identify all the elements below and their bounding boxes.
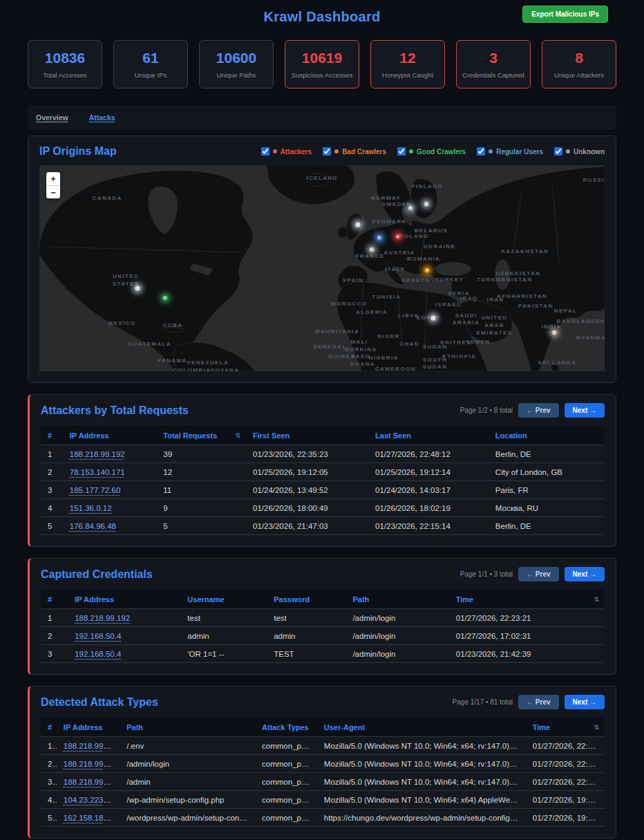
ip-address-link[interactable]: 176.84.96.48 [70,522,116,530]
cell-num: 1 [41,737,57,755]
tab-overview[interactable]: Overview [36,113,68,122]
stat-value: 8 [575,50,583,66]
legend-item-unknown[interactable]: Unknown [554,147,605,156]
ip-address-link[interactable]: 188.218.99.192 [64,742,119,750]
map-marker-unknown[interactable] [356,223,361,227]
legend-checkbox-good-crawlers[interactable] [397,147,406,156]
stat-value: 61 [142,50,158,66]
map-marker-unknown[interactable] [369,247,374,252]
stat-value: 10836 [45,50,85,66]
column-header-num: # [41,718,57,737]
cell-user-agent: Mozilla/5.0 (Windows NT 10.0; Win64; x64… [317,773,526,791]
ip-address-link[interactable]: 151.36.0.12 [70,504,112,512]
column-header-label: # [48,595,52,604]
header: Krawl Dashboard Export Malicious IPs [28,0,616,33]
cell-attack-types: common_probes [255,737,317,755]
ip-address-link[interactable]: 104.23.223.128 [64,796,119,804]
cell-time: 01/27/2026, 19:35:33 [526,809,605,827]
table-row: 1188.218.99.192testtest/admin/login01/27… [41,609,605,627]
legend-label: Good Crawlers [417,148,466,156]
map-zoom-in-button[interactable]: + [46,172,60,185]
map-marker-regular-user[interactable] [377,235,381,240]
legend-item-bad-crawlers[interactable]: Bad Crawlers [323,147,386,156]
ip-address-link[interactable]: 188.218.99.192 [64,760,119,768]
ip-address-link[interactable]: 78.153.140.171 [70,468,125,476]
cell-ip-address: 176.84.96.48 [63,517,156,535]
cell-attack-types: common_probes [255,755,317,773]
attackers-next-button[interactable]: Next → [565,403,605,418]
legend-checkbox-attackers[interactable] [261,147,269,156]
stat-value: 10619 [302,50,342,66]
ip-address-link[interactable]: 162.158.182.104 [64,814,120,822]
column-header-label: Location [495,431,527,440]
credentials-next-button[interactable]: Next → [565,567,605,581]
cell-time: 01/27/2026, 19:38:59 [526,791,605,809]
ip-address-link[interactable]: 185.177.72.60 [70,486,121,494]
attack-types-prev-button[interactable]: ← Prev [518,695,558,709]
column-header-label: Last Seen [375,431,411,440]
cell-ip-address: 188.218.99.192 [63,445,156,463]
cell-num: 3 [41,481,63,499]
cell-first-seen: 01/25/2026, 19:12:05 [246,463,368,481]
cell-time: 01/27/2026, 22:22:54 [526,773,605,791]
ip-address-link[interactable]: 188.218.99.192 [64,778,119,786]
attack-types-next-button[interactable]: Next → [565,695,605,709]
ip-address-link[interactable]: 188.218.99.192 [70,450,125,458]
attackers-pagination: Page 1/2 • 8 total ← Prev Next → [460,403,605,418]
cell-user-agent: Mozilla/5.0 (Windows NT 10.0; Win64; x64… [317,755,526,773]
sort-icon[interactable]: ⇅ [594,724,599,731]
legend-checkbox-bad-crawlers[interactable] [323,147,331,156]
map-marker-bad-crawler[interactable] [425,268,430,272]
cell-last-seen: 01/26/2026, 18:02:19 [368,499,489,517]
sort-icon[interactable]: ⇅ [594,596,599,603]
map-marker-attacker[interactable] [395,234,400,239]
map-marker-good-crawler[interactable] [162,295,167,300]
map-zoom-out-button[interactable]: − [46,185,60,198]
cell-first-seen: 01/23/2026, 22:35:23 [246,445,368,463]
cell-user-agent: Mozilla/5.0 (Windows NT 10.0; Win64; x64… [317,737,526,755]
column-header-ip-address: IP Address [57,718,120,737]
column-header-label: User-Agent [324,723,365,731]
ip-address-link[interactable]: 188.218.99.192 [75,614,130,622]
credentials-prev-button[interactable]: ← Prev [518,567,558,581]
legend-item-good-crawlers[interactable]: Good Crawlers [397,147,466,156]
column-header-time: Time⇅ [449,590,605,609]
sort-icon[interactable]: ⇅ [235,432,240,439]
table-row: 3185.177.72.601101/24/2026, 13:49:5201/2… [41,481,605,499]
stat-label: Unique Paths [216,71,256,79]
cell-location: Berlin, DE [489,445,605,463]
legend-checkbox-regular-users[interactable] [477,147,485,156]
map-marker-unknown[interactable] [431,316,436,321]
cell-last-seen: 01/24/2026, 14:03:17 [368,481,489,499]
credentials-section: Captured Credentials Page 1/1 • 3 total … [28,558,616,675]
legend-item-regular-users[interactable]: Regular Users [477,147,543,156]
cell-total-requests: 39 [156,445,246,463]
cell-ip-address: 104.23.223.128 [57,791,120,809]
map-marker-unknown[interactable] [424,202,429,207]
world-map[interactable]: + − CANADAICELANDRUSSIAUNITED STATESMEXI… [39,165,605,371]
landmass-finland [410,179,437,218]
stat-card-honeypot-caught: 12Honeypot Caught [370,40,445,88]
map-marker-unknown[interactable] [552,330,557,335]
map-marker-unknown[interactable] [135,286,140,290]
map-marker-unknown[interactable] [408,205,413,210]
table-header-row: #IP AddressPathAttack TypesUser-AgentTim… [41,718,605,737]
legend-checkbox-unknown[interactable] [554,147,562,156]
export-malicious-ips-button[interactable]: Export Malicious IPs [522,6,608,23]
map-marker-dot [370,248,372,250]
cell-num: 2 [41,463,63,481]
ip-address-link[interactable]: 192.168.50.4 [75,650,121,658]
cell-num: 1 [41,609,68,627]
column-header-path: Path [345,590,448,609]
legend-item-attackers[interactable]: Attackers [261,147,312,156]
stat-label: Credentials Captured [462,71,524,79]
stat-label: Honeypot Caught [382,71,433,79]
map-marker-dot [357,224,359,226]
tab-attacks[interactable]: Attacks [89,113,115,122]
map-section-title: IP Origins Map [39,145,117,158]
ip-address-link[interactable]: 192.168.50.4 [75,632,121,640]
attackers-prev-button[interactable]: ← Prev [518,403,558,418]
legend-dot-icon [409,149,413,153]
attack-types-table: #IP AddressPathAttack TypesUser-AgentTim… [41,718,605,827]
cell-time: 01/27/2026, 22:23:21 [449,609,605,627]
